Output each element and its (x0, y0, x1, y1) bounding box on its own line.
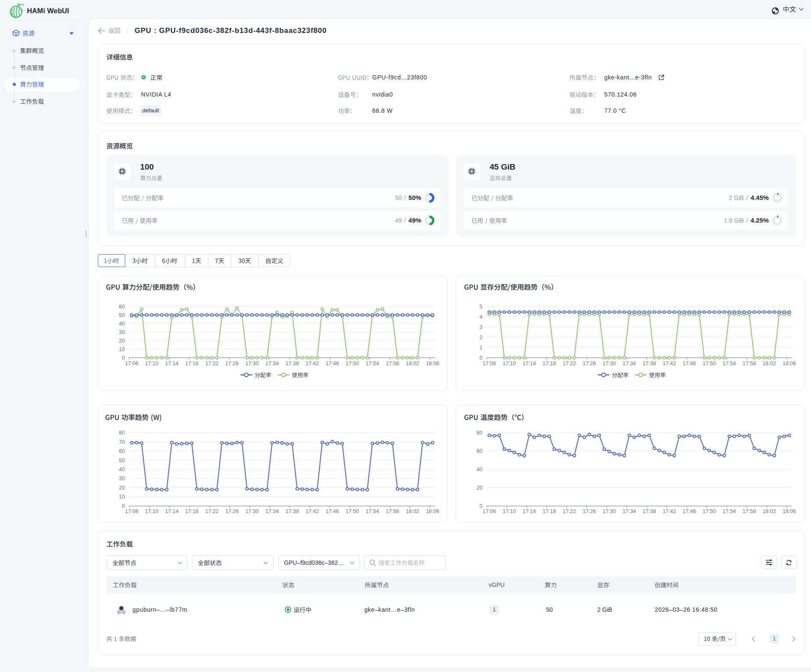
svg-text:17:30: 17:30 (245, 508, 259, 514)
svg-text:18:06: 18:06 (783, 508, 796, 514)
svg-text:10: 10 (119, 346, 125, 352)
svg-text:0: 0 (122, 503, 125, 509)
svg-text:40: 40 (119, 321, 125, 327)
svg-text:17:58: 17:58 (386, 508, 399, 514)
svg-text:17:34: 17:34 (265, 508, 279, 514)
svg-text:17:42: 17:42 (663, 508, 676, 514)
svg-text:17:14: 17:14 (523, 361, 536, 367)
svg-text:17:42: 17:42 (306, 508, 319, 514)
svg-text:17:34: 17:34 (623, 361, 636, 367)
svg-text:17:38: 17:38 (643, 361, 656, 367)
svg-text:17:46: 17:46 (326, 361, 339, 367)
svg-text:4: 4 (480, 314, 483, 320)
svg-text:30: 30 (119, 329, 125, 335)
svg-text:17:06: 17:06 (125, 361, 138, 367)
svg-text:17:30: 17:30 (245, 361, 259, 367)
svg-text:18:02: 18:02 (406, 361, 419, 367)
svg-text:17:50: 17:50 (703, 361, 716, 367)
svg-text:50: 50 (119, 458, 125, 464)
svg-text:17:26: 17:26 (583, 508, 596, 514)
svg-text:18:06: 18:06 (783, 361, 796, 367)
svg-text:18:02: 18:02 (763, 508, 776, 514)
svg-text:40: 40 (119, 467, 125, 472)
svg-text:17:10: 17:10 (503, 361, 516, 367)
svg-text:80: 80 (119, 430, 125, 436)
svg-text:2: 2 (480, 335, 483, 340)
svg-text:17:30: 17:30 (603, 361, 616, 367)
svg-text:17:10: 17:10 (145, 361, 158, 367)
svg-text:17:10: 17:10 (503, 508, 516, 514)
svg-text:17:10: 17:10 (145, 508, 158, 514)
svg-text:17:22: 17:22 (205, 508, 218, 514)
svg-text:17:06: 17:06 (483, 508, 496, 514)
svg-text:17:30: 17:30 (603, 508, 616, 514)
svg-text:17:38: 17:38 (285, 508, 299, 514)
svg-text:17:34: 17:34 (265, 361, 279, 367)
svg-text:20: 20 (119, 485, 125, 491)
svg-text:18:06: 18:06 (426, 361, 439, 367)
svg-text:18:02: 18:02 (406, 508, 419, 514)
svg-text:20: 20 (477, 485, 483, 491)
svg-text:10: 10 (119, 494, 125, 500)
svg-text:0: 0 (122, 355, 125, 361)
svg-text:17:06: 17:06 (125, 508, 138, 514)
svg-text:17:58: 17:58 (386, 361, 399, 367)
svg-text:0: 0 (480, 355, 483, 361)
svg-text:17:50: 17:50 (346, 508, 359, 514)
svg-text:17:26: 17:26 (225, 361, 238, 367)
svg-text:17:22: 17:22 (563, 361, 576, 367)
svg-text:17:26: 17:26 (583, 361, 596, 367)
svg-text:3: 3 (480, 324, 483, 330)
svg-text:5: 5 (480, 304, 483, 310)
svg-text:17:54: 17:54 (723, 508, 736, 514)
svg-text:20: 20 (119, 338, 125, 344)
svg-text:17:54: 17:54 (723, 361, 736, 367)
svg-text:17:54: 17:54 (366, 361, 379, 367)
svg-text:17:22: 17:22 (205, 361, 218, 367)
svg-text:17:26: 17:26 (225, 508, 238, 514)
svg-text:17:42: 17:42 (663, 361, 676, 367)
svg-text:17:54: 17:54 (366, 508, 379, 514)
svg-text:0: 0 (480, 503, 483, 509)
svg-text:17:18: 17:18 (185, 508, 198, 514)
svg-text:17:34: 17:34 (623, 508, 636, 514)
svg-text:17:14: 17:14 (523, 508, 536, 514)
svg-text:60: 60 (477, 448, 483, 454)
svg-text:18:02: 18:02 (763, 361, 776, 367)
svg-text:17:18: 17:18 (185, 361, 198, 367)
svg-text:17:14: 17:14 (165, 508, 178, 514)
svg-text:17:46: 17:46 (683, 361, 696, 367)
svg-text:17:42: 17:42 (306, 361, 319, 367)
svg-text:17:38: 17:38 (643, 508, 656, 514)
svg-text:40: 40 (477, 467, 483, 472)
svg-text:17:58: 17:58 (743, 508, 756, 514)
svg-text:70: 70 (119, 439, 125, 445)
svg-text:17:50: 17:50 (703, 508, 716, 514)
svg-text:17:38: 17:38 (285, 361, 299, 367)
svg-text:17:50: 17:50 (346, 361, 359, 367)
svg-text:17:58: 17:58 (743, 361, 756, 367)
svg-text:17:18: 17:18 (543, 508, 556, 514)
svg-text:17:18: 17:18 (543, 361, 556, 367)
svg-text:60: 60 (119, 304, 125, 310)
svg-text:60: 60 (119, 448, 125, 454)
svg-text:17:22: 17:22 (563, 508, 576, 514)
svg-text:17:14: 17:14 (165, 361, 178, 367)
svg-text:80: 80 (477, 430, 483, 436)
svg-text:1: 1 (480, 345, 483, 351)
svg-text:17:46: 17:46 (326, 508, 339, 514)
svg-text:17:06: 17:06 (483, 361, 496, 367)
svg-text:17:46: 17:46 (683, 508, 696, 514)
svg-text:18:06: 18:06 (426, 508, 439, 514)
svg-text:30: 30 (119, 475, 125, 481)
svg-text:50: 50 (119, 312, 125, 318)
